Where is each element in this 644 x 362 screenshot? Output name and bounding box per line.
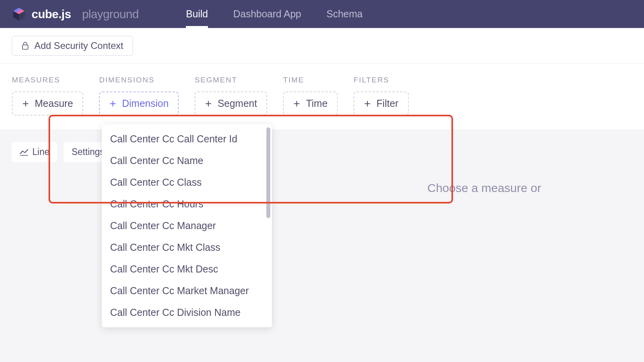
main-nav: Build Dashboard App Schema bbox=[173, 0, 375, 28]
chip-label: Time bbox=[306, 98, 328, 109]
dropdown-item[interactable]: Call Center Cc Name bbox=[102, 150, 272, 172]
builder-group-dimensions: DIMENSIONS Dimension bbox=[99, 76, 179, 116]
dropdown-item[interactable]: Call Center Cc Mkt Class bbox=[102, 237, 272, 258]
builder-group-time: TIME Time bbox=[283, 76, 338, 116]
app-header: cube.js playground Build Dashboard App S… bbox=[0, 0, 644, 28]
add-dimension-chip[interactable]: Dimension bbox=[99, 91, 179, 116]
lock-icon bbox=[22, 42, 29, 50]
plus-icon bbox=[364, 100, 371, 107]
dropdown-item[interactable]: Call Center Cc Mkt Desc bbox=[102, 258, 272, 280]
logo: cube.js playground bbox=[12, 7, 139, 21]
chip-label: Dimension bbox=[122, 98, 168, 109]
line-chart-icon bbox=[20, 149, 28, 156]
plus-icon bbox=[109, 100, 116, 107]
dropdown-item[interactable]: Call Center Cc Call Center Id bbox=[102, 128, 272, 150]
group-label: SEGMENT bbox=[195, 76, 267, 84]
plus-icon bbox=[205, 100, 212, 107]
builder-group-measures: MEASURES Measure bbox=[12, 76, 83, 116]
nav-tab-schema[interactable]: Schema bbox=[314, 0, 375, 28]
nav-label: Schema bbox=[326, 8, 363, 20]
brand-name: cube.js bbox=[32, 7, 71, 21]
brand-subtitle: playground bbox=[82, 7, 139, 21]
add-measure-chip[interactable]: Measure bbox=[12, 91, 83, 116]
nav-label: Dashboard App bbox=[233, 8, 301, 20]
add-security-context-button[interactable]: Add Security Context bbox=[12, 36, 133, 56]
nav-label: Build bbox=[186, 8, 208, 20]
add-time-chip[interactable]: Time bbox=[283, 91, 338, 116]
chip-label: Measure bbox=[35, 98, 73, 109]
chip-label: Filter bbox=[376, 98, 399, 109]
chart-type-button[interactable]: Line bbox=[12, 142, 57, 162]
dropdown-item[interactable]: Call Center Cc Manager bbox=[102, 215, 272, 237]
plus-icon bbox=[293, 100, 300, 107]
builder-group-segment: SEGMENT Segment bbox=[195, 76, 267, 116]
dropdown-item[interactable]: Call Center Cc Hours bbox=[102, 193, 272, 215]
add-filter-chip[interactable]: Filter bbox=[354, 91, 409, 116]
toolbar: Add Security Context bbox=[0, 28, 644, 64]
dropdown-scroll[interactable]: Call Center Cc Call Center Id Call Cente… bbox=[102, 128, 272, 323]
builder-group-filters: FILTERS Filter bbox=[354, 76, 409, 116]
dropdown-item[interactable]: Call Center Cc Division Name bbox=[102, 302, 272, 323]
dropdown-item[interactable]: Call Center Cc Market Manager bbox=[102, 280, 272, 302]
nav-tab-build[interactable]: Build bbox=[173, 0, 221, 28]
scrollbar-thumb[interactable] bbox=[266, 127, 270, 218]
chart-area: Line Settings Choose a measure or bbox=[0, 130, 644, 362]
security-button-label: Add Security Context bbox=[34, 40, 123, 51]
chart-type-label: Line bbox=[32, 147, 49, 157]
plus-icon bbox=[22, 100, 29, 107]
cube-logo-icon bbox=[12, 7, 26, 21]
dropdown-item[interactable]: Call Center Cc Class bbox=[102, 172, 272, 193]
group-label: DIMENSIONS bbox=[99, 76, 179, 84]
group-label: TIME bbox=[283, 76, 338, 84]
query-builder-row: MEASURES Measure DIMENSIONS Dimension SE… bbox=[0, 64, 644, 130]
chip-label: Segment bbox=[217, 98, 257, 109]
add-segment-chip[interactable]: Segment bbox=[195, 91, 267, 116]
settings-label: Settings bbox=[71, 147, 104, 157]
nav-tab-dashboard-app[interactable]: Dashboard App bbox=[221, 0, 314, 28]
group-label: FILTERS bbox=[354, 76, 409, 84]
svg-rect-0 bbox=[22, 45, 28, 49]
group-label: MEASURES bbox=[12, 76, 83, 84]
dimension-dropdown: Call Center Cc Call Center Id Call Cente… bbox=[102, 124, 272, 327]
empty-state-message: Choose a measure or bbox=[427, 181, 541, 195]
